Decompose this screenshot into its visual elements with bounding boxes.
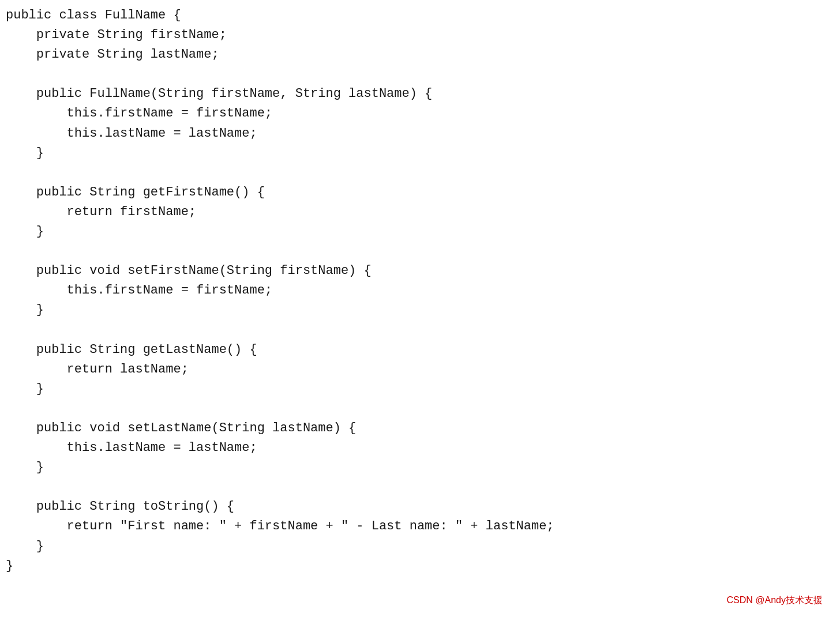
watermark: CSDN @Andy技术支援 xyxy=(727,595,823,607)
code-block: public class FullName { private String f… xyxy=(6,6,828,576)
code-container: public class FullName { private String f… xyxy=(0,0,840,617)
